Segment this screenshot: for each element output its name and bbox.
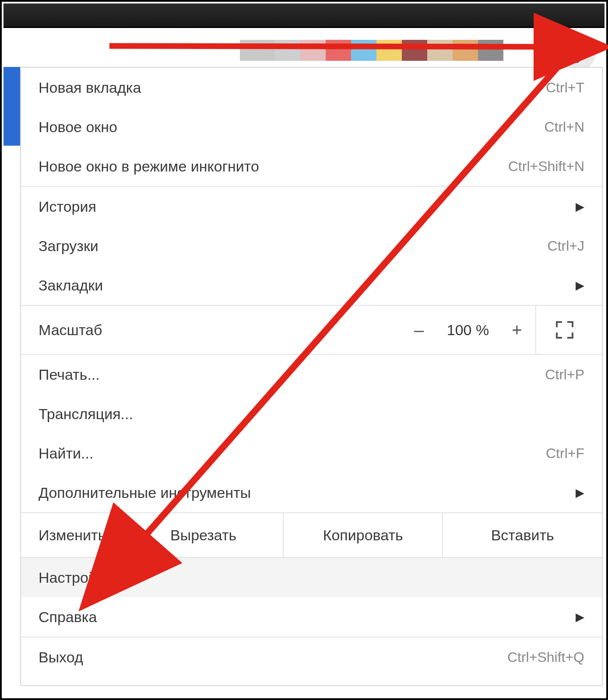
menu-item-shortcut: Ctrl+P bbox=[545, 367, 584, 383]
zoom-out-button[interactable]: – bbox=[406, 320, 432, 340]
edit-cut-button[interactable]: Вырезать bbox=[123, 513, 283, 557]
window-titlebar bbox=[4, 4, 604, 28]
tab-color-block bbox=[351, 40, 376, 61]
tab-color-block bbox=[478, 40, 503, 61]
menu-item-exit[interactable]: Выход Ctrl+Shift+Q bbox=[21, 637, 602, 677]
menu-item-new-incognito[interactable]: Новое окно в режиме инкогнито Ctrl+Shift… bbox=[21, 147, 602, 186]
chrome-main-menu: Новая вкладка Ctrl+T Новое окно Ctrl+N Н… bbox=[20, 67, 603, 686]
menu-item-label: Новая вкладка bbox=[39, 79, 546, 96]
chevron-right-icon: ▶ bbox=[576, 486, 584, 500]
tab-color-block bbox=[453, 40, 478, 61]
menu-item-new-window[interactable]: Новое окно Ctrl+N bbox=[21, 107, 602, 147]
vertical-separator bbox=[535, 306, 536, 354]
tab-color-block bbox=[376, 40, 402, 61]
chevron-right-icon: ▶ bbox=[576, 200, 584, 214]
menu-item-label: Изменить bbox=[21, 513, 123, 557]
zoom-controls: – 100 % + bbox=[406, 320, 530, 340]
fullscreen-button[interactable] bbox=[545, 320, 584, 340]
kebab-dot-icon bbox=[575, 59, 579, 63]
menu-item-edit: Изменить Вырезать Копировать Вставить bbox=[21, 513, 602, 557]
edit-paste-button[interactable]: Вставить bbox=[442, 513, 602, 557]
menu-item-label: Выход bbox=[39, 649, 507, 666]
kebab-dot-icon bbox=[575, 42, 579, 46]
menu-item-print[interactable]: Печать... Ctrl+P bbox=[21, 355, 602, 394]
kebab-dot-icon bbox=[575, 51, 579, 55]
tab-color-block bbox=[300, 40, 326, 61]
page-accent bbox=[4, 67, 20, 146]
window-frame: Новая вкладка Ctrl+T Новое окно Ctrl+N Н… bbox=[0, 0, 608, 700]
zoom-value: 100 % bbox=[437, 322, 499, 339]
menu-item-shortcut: Ctrl+N bbox=[544, 119, 584, 135]
menu-item-shortcut: Ctrl+Shift+Q bbox=[507, 649, 584, 665]
menu-item-downloads[interactable]: Загрузки Ctrl+J bbox=[21, 226, 602, 266]
browser-toolbar bbox=[4, 29, 604, 67]
menu-item-help[interactable]: Справка ▶ bbox=[21, 597, 602, 637]
menu-item-bookmarks[interactable]: Закладки ▶ bbox=[21, 266, 602, 305]
menu-item-zoom: Масштаб – 100 % + bbox=[21, 306, 602, 354]
menu-item-label: Масштаб bbox=[39, 322, 406, 339]
menu-item-history[interactable]: История ▶ bbox=[21, 187, 602, 226]
menu-item-shortcut: Ctrl+Shift+N bbox=[508, 158, 584, 175]
menu-item-label: Дополнительные инструменты bbox=[39, 484, 569, 501]
tab-strip bbox=[240, 40, 503, 61]
menu-item-shortcut: Ctrl+J bbox=[548, 238, 584, 254]
chevron-right-icon: ▶ bbox=[576, 610, 584, 624]
menu-item-more-tools[interactable]: Дополнительные инструменты ▶ bbox=[21, 473, 602, 512]
zoom-in-button[interactable]: + bbox=[504, 320, 530, 340]
menu-item-label: Настройки bbox=[39, 569, 584, 586]
menu-item-find[interactable]: Найти... Ctrl+F bbox=[21, 434, 602, 473]
menu-item-new-tab[interactable]: Новая вкладка Ctrl+T bbox=[21, 68, 602, 107]
menu-item-label: Справка bbox=[39, 609, 569, 626]
menu-item-shortcut: Ctrl+F bbox=[546, 445, 584, 462]
menu-item-label: Найти... bbox=[39, 445, 546, 462]
menu-item-cast[interactable]: Трансляция... bbox=[21, 394, 602, 434]
menu-item-label: Закладки bbox=[39, 277, 569, 294]
tab-color-block bbox=[402, 40, 427, 61]
menu-item-label: Новое окно bbox=[39, 119, 544, 136]
tab-color-block bbox=[427, 40, 453, 61]
menu-item-label: История bbox=[39, 198, 569, 215]
edit-copy-button[interactable]: Копировать bbox=[283, 513, 443, 557]
tab-color-block bbox=[326, 40, 351, 61]
menu-item-label: Новое окно в режиме инкогнито bbox=[39, 158, 508, 175]
tab-color-block bbox=[275, 40, 300, 61]
menu-button[interactable] bbox=[558, 34, 596, 71]
menu-item-label: Загрузки bbox=[39, 238, 548, 255]
fullscreen-icon bbox=[555, 320, 574, 340]
menu-item-label: Печать... bbox=[39, 366, 545, 383]
chevron-right-icon: ▶ bbox=[576, 279, 584, 292]
menu-item-shortcut: Ctrl+T bbox=[546, 80, 584, 96]
menu-item-settings[interactable]: Настройки bbox=[21, 558, 602, 597]
menu-item-label: Трансляция... bbox=[39, 406, 584, 423]
tab-color-block bbox=[240, 40, 275, 61]
